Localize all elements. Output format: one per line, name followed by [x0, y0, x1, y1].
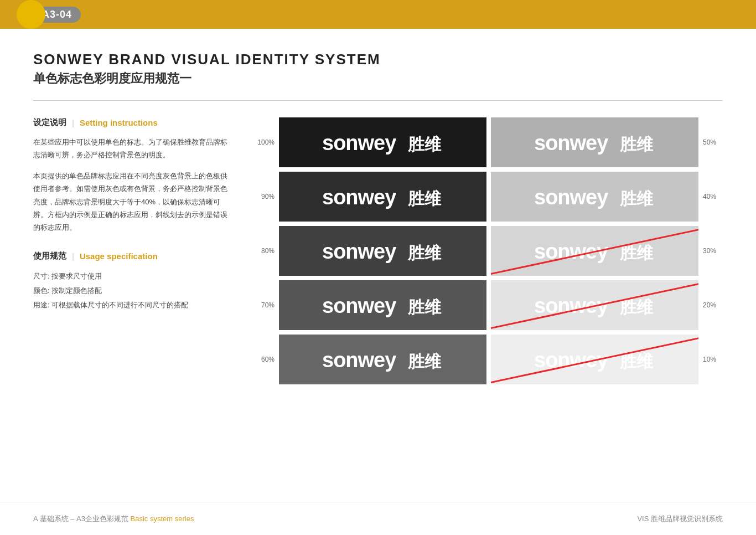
svg-text:sonwey: sonwey: [534, 348, 608, 372]
header-section: SONWEY BRAND VISUAL IDENTITY SYSTEM 单色标志…: [33, 51, 723, 87]
usage-item-2: 颜色: 按制定颜色搭配: [33, 284, 232, 298]
percent-label-right: 20%: [703, 301, 723, 309]
logo-row: 100%sonwey胜维sonwey胜维50%: [255, 117, 723, 167]
logo-box: sonwey胜维: [491, 335, 698, 384]
main-content: SONWEY BRAND VISUAL IDENTITY SYSTEM 单色标志…: [0, 29, 756, 502]
usage-item-3: 用途: 可根据载体尺寸的不同进行不同尺寸的搭配: [33, 298, 232, 312]
svg-text:胜维: 胜维: [619, 135, 654, 153]
svg-text:sonwey: sonwey: [322, 240, 396, 263]
content-layout: 设定说明 | Setting instructions 在某些应用中可以使用单色…: [33, 117, 723, 389]
percent-label-right: 30%: [703, 247, 723, 255]
usage-item-1: 尺寸: 按要求尺寸使用: [33, 269, 232, 284]
svg-text:胜维: 胜维: [407, 244, 442, 262]
logo-row: 90%sonwey胜维sonwey胜维40%: [255, 172, 723, 222]
svg-text:胜维: 胜维: [407, 189, 442, 208]
logo-box: sonwey胜维: [279, 335, 486, 384]
setting-heading-divider: |: [72, 118, 74, 127]
logo-box: sonwey胜维: [491, 172, 698, 222]
footer-left: A 基础系统 – A3企业色彩规范 Basic system series: [33, 514, 194, 524]
description1: 在某些应用中可以使用单色的标志。为了确保胜维教育品牌标志清晰可辨，务必严格控制背…: [33, 136, 232, 162]
svg-text:sonwey: sonwey: [322, 131, 396, 155]
logo-row: 80%sonwey胜维sonwey胜维30%: [255, 226, 723, 276]
usage-list: 尺寸: 按要求尺寸使用 颜色: 按制定颜色搭配 用途: 可根据载体尺寸的不同进行…: [33, 269, 232, 312]
usage-heading-divider: |: [72, 251, 74, 261]
footer-left-text: A 基础系统 – A3企业色彩规范: [33, 515, 128, 523]
percent-label-left: 60%: [255, 356, 275, 363]
svg-text:sonwey: sonwey: [322, 348, 396, 372]
setting-heading: 设定说明 | Setting instructions: [33, 117, 232, 128]
percent-label-left: 80%: [255, 247, 275, 255]
footer-right: VIS 胜维品牌视觉识别系统: [637, 514, 723, 524]
logo-box: sonwey胜维: [279, 117, 486, 167]
footer-left-highlight: Basic system series: [131, 515, 194, 523]
svg-text:sonwey: sonwey: [534, 131, 608, 155]
logo-box: sonwey胜维: [491, 117, 698, 167]
logo-box: sonwey胜维: [279, 280, 486, 330]
usage-heading-cn: 使用规范: [33, 251, 66, 261]
setting-heading-en: Setting instructions: [80, 118, 158, 127]
percent-label-right: 10%: [703, 356, 723, 363]
percent-label-left: 100%: [255, 138, 275, 146]
svg-text:胜维: 胜维: [619, 352, 654, 371]
svg-text:sonwey: sonwey: [534, 186, 608, 209]
logo-box: sonwey胜维: [279, 226, 486, 276]
svg-text:胜维: 胜维: [407, 135, 442, 153]
footer: A 基础系统 – A3企业色彩规范 Basic system series VI…: [0, 502, 756, 535]
logo-box: sonwey胜维: [491, 226, 698, 276]
percent-label-right: 40%: [703, 193, 723, 200]
usage-section: 使用规范 | Usage specification 尺寸: 按要求尺寸使用 颜…: [33, 251, 232, 312]
svg-text:sonwey: sonwey: [322, 186, 396, 209]
description2: 本页提供的单色品牌标志应用在不同亮度灰色背景上的色板供使用者参考。如需使用灰色或…: [33, 169, 232, 234]
svg-text:sonwey: sonwey: [534, 240, 608, 263]
percent-label-right: 50%: [703, 138, 723, 146]
header-divider: [33, 100, 723, 101]
svg-text:胜维: 胜维: [619, 298, 654, 316]
svg-text:sonwey: sonwey: [322, 294, 396, 317]
svg-text:sonwey: sonwey: [534, 294, 608, 317]
logo-row: 60%sonwey胜维sonwey胜维10%: [255, 335, 723, 384]
logo-row: 70%sonwey胜维sonwey胜维20%: [255, 280, 723, 330]
usage-heading: 使用规范 | Usage specification: [33, 251, 232, 261]
percent-label-left: 90%: [255, 193, 275, 200]
brand-title: SONWEY BRAND VISUAL IDENTITY SYSTEM: [33, 51, 723, 68]
usage-heading-en: Usage specification: [80, 251, 158, 261]
setting-heading-cn: 设定说明: [33, 117, 66, 128]
page-badge: A3-04: [33, 7, 81, 23]
top-bar: A3-04: [0, 0, 756, 29]
svg-text:胜维: 胜维: [619, 189, 654, 208]
subtitle-cn: 单色标志色彩明度应用规范一: [33, 70, 723, 87]
svg-text:胜维: 胜维: [407, 298, 442, 316]
right-panel: 100%sonwey胜维sonwey胜维50%90%sonwey胜维sonwey…: [255, 117, 723, 389]
svg-text:胜维: 胜维: [619, 244, 654, 262]
percent-label-left: 70%: [255, 301, 275, 309]
logo-box: sonwey胜维: [491, 280, 698, 330]
left-panel: 设定说明 | Setting instructions 在某些应用中可以使用单色…: [33, 117, 232, 312]
svg-text:胜维: 胜维: [407, 352, 442, 371]
logo-box: sonwey胜维: [279, 172, 486, 222]
